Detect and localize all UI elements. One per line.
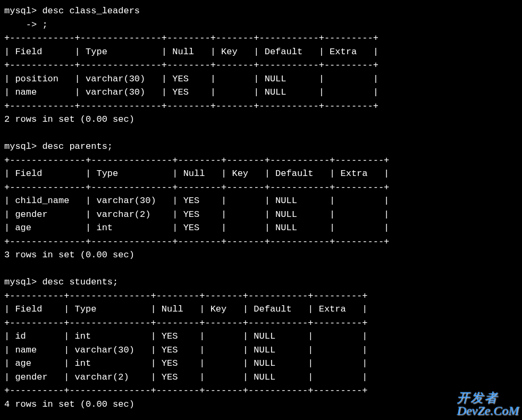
mysql-terminal-output: mysql> desc class_leaders -> ; +--------… <box>4 4 518 411</box>
watermark-line2: DevZe.CoM <box>457 404 519 417</box>
watermark: 开发者 DevZe.CoM <box>457 391 519 417</box>
watermark-line1: 开发者 <box>457 391 519 404</box>
